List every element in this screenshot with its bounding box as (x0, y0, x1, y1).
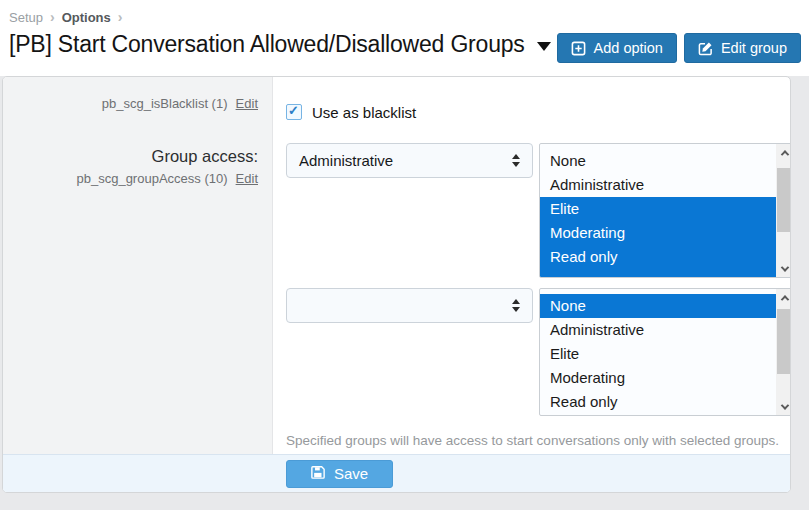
listbox-option-partial[interactable] (540, 269, 776, 277)
blacklist-content-cell: Use as blacklist (273, 77, 790, 133)
group-multiselect-2[interactable]: NoneAdministrativeEliteModeratingRead on… (539, 288, 791, 416)
page-title: [PB] Start Conversation Allowed/Disallow… (9, 31, 525, 58)
form-footer: Save (3, 454, 790, 492)
group-multiselect-2-options: NoneAdministrativeEliteModeratingRead on… (540, 294, 776, 414)
group-access-title: Group access: (3, 147, 258, 166)
use-as-blacklist-checkbox[interactable] (286, 104, 302, 120)
form-row-blacklist: pb_scg_isBlacklist (1) Edit Use as black… (3, 77, 790, 133)
group-access-content-cell: Administrative NoneAdministrativeEliteMo… (273, 133, 791, 455)
listbox-option[interactable]: Read only (540, 390, 776, 414)
add-option-label: Add option (594, 40, 663, 56)
up-down-arrows-icon (512, 154, 520, 167)
group-access-field-label: pb_scg_groupAccess (10) (76, 171, 227, 186)
multiselect-2-scrollbar[interactable] (776, 289, 791, 415)
group-pair-1: Administrative NoneAdministrativeEliteMo… (286, 143, 791, 278)
form-row-group-access: Group access: pb_scg_groupAccess (10) Ed… (3, 133, 790, 455)
breadcrumb-separator-icon: › (118, 9, 123, 25)
listbox-option[interactable]: Administrative (540, 173, 776, 197)
group-access-edit-link[interactable]: Edit (236, 171, 258, 186)
breadcrumb-setup-link[interactable]: Setup (9, 10, 43, 25)
group-access-hint: Specified groups will have access to sta… (286, 433, 791, 448)
group-select-2[interactable] (286, 288, 533, 323)
group-access-label-cell: Group access: pb_scg_groupAccess (10) Ed… (3, 133, 273, 455)
options-form-block: pb_scg_isBlacklist (1) Edit Use as black… (2, 76, 791, 493)
blacklist-edit-link[interactable]: Edit (236, 96, 258, 111)
floppy-disk-icon (311, 465, 325, 482)
scroll-up-icon[interactable] (776, 289, 791, 306)
listbox-option[interactable]: Moderating (540, 366, 776, 390)
use-as-blacklist-label: Use as blacklist (312, 104, 416, 121)
edit-group-button[interactable]: Edit group (684, 33, 801, 63)
group-multiselect-1-options: NoneAdministrativeEliteModeratingRead on… (540, 149, 776, 277)
listbox-option[interactable]: Read only (540, 245, 776, 269)
scroll-up-icon[interactable] (776, 144, 791, 161)
up-down-arrows-icon (512, 299, 520, 312)
group-pair-2: NoneAdministrativeEliteModeratingRead on… (286, 288, 791, 416)
group-select-1-value: Administrative (299, 152, 393, 169)
plus-square-icon (571, 41, 586, 56)
group-multiselect-1[interactable]: NoneAdministrativeEliteModeratingRead on… (539, 143, 791, 278)
breadcrumb-separator-icon: › (50, 9, 55, 25)
edit-group-label: Edit group (721, 40, 787, 56)
scrollbar-thumb[interactable] (777, 168, 791, 232)
scroll-down-icon[interactable] (776, 398, 791, 415)
title-caret-down-icon[interactable] (537, 42, 551, 51)
listbox-option[interactable]: Moderating (540, 221, 776, 245)
edit-pencil-icon (698, 41, 713, 56)
page-header: Setup › Options › [PB] Start Conversatio… (0, 0, 809, 76)
listbox-option[interactable]: None (540, 149, 776, 173)
header-buttons: Add option Edit group (557, 33, 801, 63)
save-label: Save (334, 465, 368, 482)
scroll-down-icon[interactable] (776, 260, 791, 277)
title-row: [PB] Start Conversation Allowed/Disallow… (9, 31, 551, 58)
listbox-option[interactable]: Administrative (540, 318, 776, 342)
blacklist-field-label: pb_scg_isBlacklist (1) (102, 96, 228, 111)
group-select-1[interactable]: Administrative (286, 143, 533, 178)
form-body: pb_scg_isBlacklist (1) Edit Use as black… (3, 77, 790, 455)
options-page: Setup › Options › [PB] Start Conversatio… (0, 0, 809, 510)
multiselect-1-scrollbar[interactable] (776, 144, 791, 277)
add-option-button[interactable]: Add option (557, 33, 677, 63)
breadcrumb: Setup › Options › (9, 9, 122, 25)
breadcrumb-options-link[interactable]: Options (62, 10, 111, 25)
listbox-option[interactable]: Elite (540, 197, 776, 221)
save-button[interactable]: Save (286, 460, 393, 488)
scrollbar-thumb[interactable] (777, 309, 791, 374)
listbox-option[interactable]: Elite (540, 342, 776, 366)
blacklist-label-cell: pb_scg_isBlacklist (1) Edit (3, 77, 273, 133)
listbox-option[interactable]: None (540, 294, 776, 318)
